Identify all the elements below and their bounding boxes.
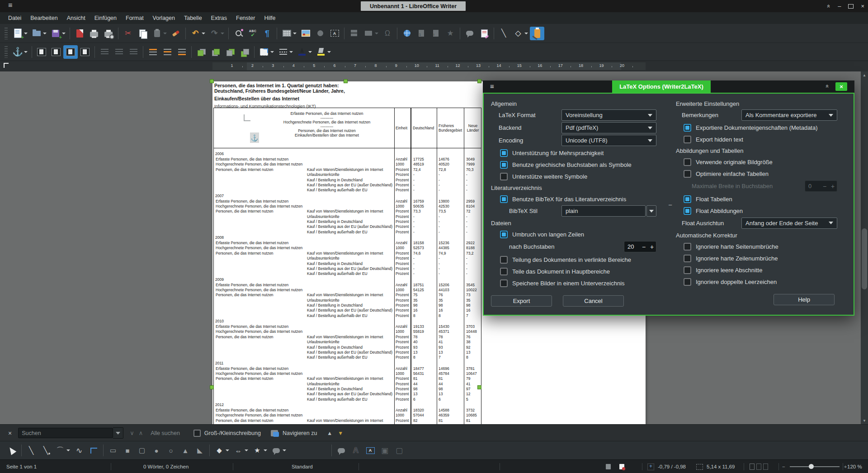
app-menu-icon[interactable]: ≡: [8, 1, 12, 9]
insert-image-icon[interactable]: [298, 27, 313, 40]
selection-handle[interactable]: [210, 79, 214, 83]
menu-bearbeiten[interactable]: Bearbeiten: [26, 14, 61, 23]
menu-tabelle[interactable]: Tabelle: [180, 14, 206, 23]
basic-shapes-icon[interactable]: ◇: [511, 27, 525, 40]
navigate-down-icon[interactable]: ▼: [338, 430, 343, 436]
open-file-icon[interactable]: [29, 27, 44, 40]
help-button[interactable]: Help: [774, 294, 835, 305]
checkbox-hauptbereiche[interactable]: [500, 268, 508, 275]
fontwork-gallery-icon[interactable]: A: [363, 444, 377, 457]
block-arrows-icon[interactable]: ⇔: [231, 444, 245, 457]
scroll-down-icon[interactable]: ▼: [861, 417, 868, 424]
insert-line-icon[interactable]: ╲: [24, 444, 38, 457]
bring-to-front-icon[interactable]: [194, 45, 208, 59]
spin-increment[interactable]: +: [648, 243, 656, 251]
anchor-icon[interactable]: ⚓: [10, 45, 25, 59]
callout-shapes-icon[interactable]: [269, 444, 283, 457]
basic-shapes-icon[interactable]: ◆: [212, 444, 226, 457]
selection-handle[interactable]: [344, 79, 348, 83]
menu-einfuegen[interactable]: Einfügen: [90, 14, 121, 23]
align-middle-icon[interactable]: [160, 45, 175, 59]
curve-icon[interactable]: ⌒: [53, 444, 67, 457]
clone-formatting-icon[interactable]: [169, 27, 183, 40]
checkbox-bibtex[interactable]: [500, 195, 508, 203]
match-case-checkbox[interactable]: [193, 430, 201, 437]
search-history-dropdown[interactable]: [113, 427, 123, 439]
rectangle-icon[interactable]: ▭: [106, 444, 120, 457]
wrap-page-icon[interactable]: [49, 45, 63, 59]
document-table[interactable]: ⚓ Erfasste Personen, die das Internet nu…: [213, 108, 481, 424]
dialog-shade-icon[interactable]: «: [824, 85, 831, 88]
toolbar-grip[interactable]: [5, 46, 8, 58]
selection-handle[interactable]: [210, 385, 214, 389]
spin-decrement[interactable]: −: [640, 243, 648, 251]
spelling-icon[interactable]: ABC✔: [245, 27, 260, 40]
encoding-select[interactable]: Unicode (UTF8): [561, 135, 656, 146]
find-replace-icon[interactable]: [231, 27, 245, 40]
checkbox-float-abbildungen[interactable]: [684, 207, 691, 215]
checkbox-teilung-bereiche[interactable]: [500, 256, 508, 264]
view-layout-buttons[interactable]: [750, 460, 770, 473]
tab-stop-selector[interactable]: [4, 63, 9, 68]
close-window-icon[interactable]: ×: [861, 3, 864, 9]
right-triangle-icon[interactable]: ◣: [193, 444, 207, 457]
checkbox-unterverzeichnis[interactable]: [500, 279, 508, 287]
formatting-marks-icon[interactable]: ¶: [260, 27, 274, 40]
wrap-off-icon[interactable]: [34, 45, 49, 59]
new-document-icon[interactable]: +: [10, 27, 25, 40]
insert-line-icon[interactable]: ╲: [496, 27, 511, 40]
menu-extras[interactable]: Extras: [207, 14, 231, 23]
track-changes-icon[interactable]: [477, 27, 491, 40]
align-bottom-icon[interactable]: [175, 45, 189, 59]
export-button[interactable]: Export: [491, 295, 552, 307]
wrap-optimal-icon[interactable]: [63, 45, 78, 59]
document-modified-icon[interactable]: [619, 460, 630, 473]
dialog-menu-icon[interactable]: ≡: [490, 82, 494, 90]
selection-handle[interactable]: [477, 385, 481, 389]
checkbox-mehrsprachigkeit[interactable]: [500, 149, 508, 157]
align-top-icon[interactable]: [146, 45, 160, 59]
insert-table-icon[interactable]: [279, 27, 294, 40]
checkbox-zeilenumbrueche[interactable]: [684, 255, 691, 262]
scrollbar-thumb[interactable]: [862, 228, 867, 289]
menu-ansicht[interactable]: Ansicht: [63, 14, 90, 23]
insert-textbox-icon[interactable]: A: [327, 27, 342, 40]
menu-fenster[interactable]: Fenster: [232, 14, 259, 23]
borders-icon[interactable]: [257, 45, 271, 59]
stars-icon[interactable]: ★: [250, 444, 264, 457]
zoom-slider[interactable]: −+: [782, 460, 847, 473]
print-icon[interactable]: [87, 27, 101, 40]
insert-callout-icon[interactable]: [334, 444, 349, 457]
menu-hilfe[interactable]: Hilfe: [260, 14, 279, 23]
page-count[interactable]: Seite 1 von 1: [6, 460, 37, 473]
nach-buchstaben-spinbox[interactable]: 20 − +: [624, 241, 656, 252]
checkbox-hidden-text[interactable]: [684, 136, 691, 143]
backend-select[interactable]: Pdf (pdfTeX): [561, 122, 656, 133]
polygon-icon[interactable]: [86, 444, 101, 457]
line-color-icon[interactable]: [295, 45, 309, 59]
triangle-icon[interactable]: ▲: [178, 444, 193, 457]
checkbox-weitere-symbole[interactable]: [500, 173, 508, 180]
shade-window-icon[interactable]: «: [826, 5, 832, 8]
dialog-close-icon[interactable]: ×: [835, 82, 847, 91]
print-preview-icon[interactable]: [101, 27, 116, 40]
checkbox-griechische-buchstaben[interactable]: [500, 161, 508, 169]
rounded-square-icon[interactable]: ▢: [135, 444, 149, 457]
circle-icon[interactable]: ●: [149, 444, 164, 457]
forward-one-icon[interactable]: [208, 45, 223, 59]
checkbox-umbruch[interactable]: [500, 231, 508, 238]
cancel-button[interactable]: Cancel: [563, 295, 624, 307]
menu-datei[interactable]: Datei: [4, 14, 25, 23]
scroll-up-icon[interactable]: ▲: [861, 71, 868, 79]
save-icon[interactable]: +: [48, 27, 63, 40]
export-pdf-icon[interactable]: [72, 27, 87, 40]
undo-icon[interactable]: ↶: [188, 27, 203, 40]
menu-vorlagen[interactable]: Vorlagen: [149, 14, 179, 23]
float-ausrichtung-select[interactable]: Anfang oder Ende der Seite: [741, 218, 837, 229]
toolbar-grip[interactable]: [5, 28, 8, 39]
cut-icon[interactable]: ✂: [121, 27, 135, 40]
formatted-display-icon[interactable]: [271, 430, 278, 436]
minimize-icon[interactable]: –: [838, 3, 841, 9]
bibtex-stil-select[interactable]: plain: [561, 205, 646, 217]
navigate-up-icon[interactable]: ▲: [327, 430, 332, 436]
